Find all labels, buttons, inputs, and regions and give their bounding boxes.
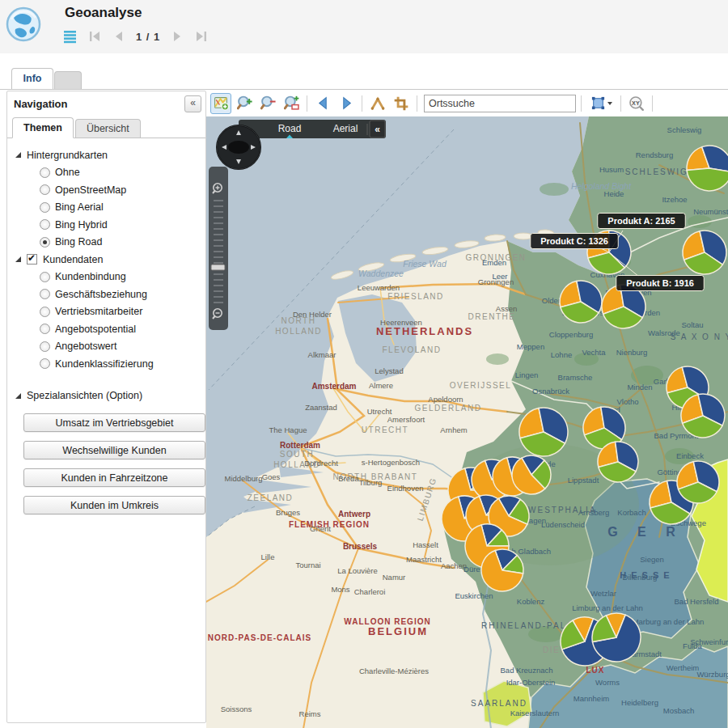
map-label: Heidelberg [621, 698, 658, 707]
zoom-out-tool-button[interactable] [257, 93, 278, 114]
measure-distance-button[interactable] [367, 93, 388, 114]
radio-button[interactable] [40, 184, 50, 195]
map-label: Bruges [276, 508, 300, 517]
map-label: Siegen [640, 555, 664, 564]
pie-marker[interactable] [677, 461, 719, 503]
first-page-icon[interactable] [87, 29, 102, 44]
app-header: Geoanalyse 1 / 1 [0, 0, 728, 54]
radio-button[interactable] [40, 237, 50, 248]
special-view-button[interactable]: Kunden in Fahrzeitzone [23, 468, 205, 487]
map-label: La Louvière [337, 566, 378, 575]
pie-marker[interactable] [592, 613, 641, 662]
map-label: Korbach [617, 508, 645, 517]
map-label: Heerenveen [380, 318, 422, 327]
special-view-button[interactable]: Umsatz im Vertriebsgebiet [23, 413, 205, 432]
radio-button[interactable] [40, 219, 50, 230]
pie-marker[interactable] [512, 455, 551, 494]
radio-button[interactable] [40, 167, 50, 178]
map-label: Leeuwarden [358, 283, 400, 292]
map-label: s-Hertogenbosch [362, 458, 420, 467]
map-label: Eindhoven [387, 484, 424, 493]
tree-item[interactable]: Kundenbindung [7, 269, 205, 286]
map-viewport[interactable]: NETHERLANDSBELGIUMFLEMISH REGIONWALLOON … [206, 116, 728, 728]
map-label: Dillenburg [623, 573, 658, 582]
map-label: NORD-PAS-DE-CALAIS [208, 633, 311, 642]
zoom-box-tool-button[interactable] [281, 93, 302, 114]
map-bar-collapse[interactable]: « [375, 124, 380, 135]
tab-blank[interactable] [54, 71, 82, 89]
tree-item[interactable]: Bing Road [7, 234, 205, 252]
location-search-input[interactable] [424, 95, 576, 112]
radio-button[interactable] [40, 272, 50, 282]
tree-item[interactable]: OpenStreetMap [7, 181, 205, 199]
radio-button[interactable] [40, 341, 50, 352]
map-label: Wertheim [667, 663, 700, 672]
map-label: LUX [586, 666, 605, 675]
forward-button[interactable] [336, 93, 357, 114]
pie-marker[interactable] [602, 285, 645, 328]
tree-item-label: Vertriebsmitarbeiter [55, 306, 142, 317]
pie-marker[interactable] [481, 549, 523, 591]
map-label: Osnabrück [532, 387, 569, 396]
tree-item[interactable]: Kundenklassifizierung [7, 355, 205, 373]
tree-group-label: Hintergrundkarten [27, 150, 108, 161]
tree-group[interactable]: Hintergrundkarten [7, 146, 205, 164]
pie-marker[interactable] [687, 146, 728, 191]
special-view-button[interactable]: Wechselwillige Kunden [23, 441, 205, 459]
special-view-button[interactable]: Kunden im Umkreis [23, 496, 205, 514]
sidebar-tab-übersicht[interactable]: Übersicht [75, 119, 141, 138]
tree-expand-icon[interactable] [15, 393, 21, 399]
xy-coordinates-button[interactable]: XY [626, 93, 647, 114]
tree-item[interactable]: Angebotspotential [7, 320, 205, 338]
map-label: Worms [595, 678, 620, 687]
tree-item[interactable]: Bing Aerial [7, 199, 205, 217]
sidebar-tab-themen[interactable]: Themen [12, 117, 74, 138]
pie-marker[interactable] [598, 442, 638, 482]
tree-expand-icon[interactable] [15, 152, 21, 158]
radio-button[interactable] [40, 202, 50, 213]
compass-control[interactable] [217, 125, 260, 169]
pie-marker[interactable] [683, 231, 726, 274]
radio-button[interactable] [40, 289, 50, 299]
tree-group[interactable]: Kundendaten [7, 251, 205, 269]
pie-marker[interactable] [681, 394, 725, 438]
back-button[interactable] [312, 93, 333, 114]
tree-item[interactable]: Ohne [7, 164, 205, 182]
map-label: UTRECHT [362, 425, 408, 434]
map-label: Lille [261, 552, 275, 561]
map-label: Cloppenburg [549, 330, 593, 339]
tree-item[interactable]: Bing Hybrid [7, 216, 205, 234]
map-style-aerial[interactable]: Aerial [333, 123, 358, 134]
select-polygon-button[interactable] [586, 93, 616, 114]
panel-collapse-button[interactable]: « [184, 95, 201, 112]
next-page-icon[interactable] [170, 29, 184, 44]
tree-item[interactable]: Vertriebsmitarbeiter [7, 303, 205, 321]
tree-item[interactable]: Geschäftsbeziehung [7, 286, 205, 303]
tree-group[interactable]: Spezialansichten (Option) [7, 387, 205, 405]
measure-area-button[interactable] [391, 93, 412, 114]
tree-expand-icon[interactable] [15, 256, 21, 262]
map-style-road[interactable]: Road [278, 123, 302, 134]
pan-tool-button[interactable] [210, 93, 231, 114]
last-page-icon[interactable] [194, 29, 209, 44]
map-area: XY NETHERLANDSBELGIUMFLEMISH REGIONWALLO… [206, 90, 728, 728]
tree-item-label: Bing Road [55, 236, 102, 248]
radio-button[interactable] [40, 324, 50, 334]
tab-info[interactable]: Info [11, 68, 53, 89]
pie-marker[interactable] [560, 281, 602, 323]
group-checkbox[interactable] [27, 254, 37, 265]
tree-item[interactable]: Angebotswert [7, 338, 205, 356]
radio-button[interactable] [40, 307, 50, 317]
map-label: Friese Wad [403, 259, 447, 269]
sidebar-tabs: ThemenÜbersicht [7, 116, 205, 138]
page-indicator: 1 / 1 [136, 31, 160, 43]
zoom-in-tool-button[interactable] [234, 93, 255, 114]
map-label: HOLLAND [275, 327, 322, 336]
menu-icon[interactable] [63, 29, 78, 44]
map-label: Antwerp [338, 510, 370, 518]
radio-button[interactable] [40, 358, 50, 369]
prev-page-icon[interactable] [112, 29, 126, 44]
zoom-slider-handle[interactable] [211, 265, 225, 270]
map-label: Bad Kreuznach [501, 666, 553, 675]
pie-marker[interactable] [519, 408, 568, 456]
